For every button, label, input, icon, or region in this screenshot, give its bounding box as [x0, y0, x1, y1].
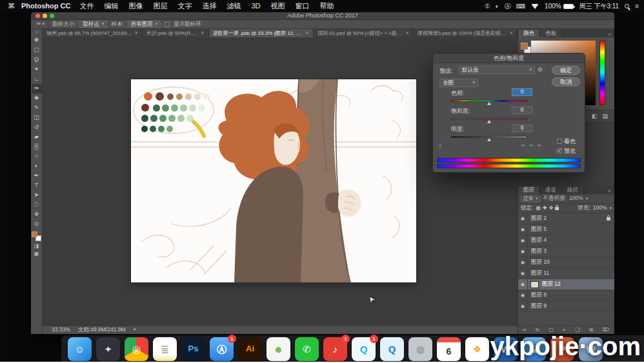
quick-mask-icon[interactable]: ◨	[32, 242, 42, 250]
window-minimize-button[interactable]	[43, 14, 47, 18]
tool-history-brush[interactable]: ↺	[32, 123, 42, 132]
tab-swatches-panel[interactable]: 色板	[540, 30, 562, 37]
layer-name[interactable]: 图层 8	[531, 292, 614, 299]
foreground-color-swatch[interactable]	[32, 231, 37, 237]
layer-visibility-toggle[interactable]: ◉	[518, 268, 528, 279]
tool-gradient[interactable]: ▒	[32, 142, 42, 152]
dock-android-app[interactable]: ☻	[267, 337, 290, 361]
colorize-option[interactable]: 着色	[557, 138, 576, 144]
dock-chrome[interactable]: ◎	[125, 337, 148, 361]
tool-dodge[interactable]: ◐	[32, 161, 42, 171]
eyedropper-icon[interactable]: ✑	[521, 142, 526, 149]
menu-item[interactable]: 滤镜	[221, 2, 246, 10]
tab-changsha[interactable]: 长沙.psb @ 50%(RGB/8... ×	[143, 29, 209, 37]
slider-track[interactable]	[451, 118, 527, 120]
menu-item[interactable]: 帮助	[314, 2, 339, 10]
tool-pen[interactable]: ✒	[32, 171, 42, 181]
tab-close-icon[interactable]: ×	[135, 30, 138, 36]
dock-gray-app[interactable]: ◍	[408, 337, 432, 361]
layer-visibility-toggle[interactable]: ◉	[518, 235, 528, 246]
adjustments-panel-icon[interactable]: ◧	[592, 113, 598, 119]
layer-visibility-toggle[interactable]: ◉	[518, 301, 528, 311]
slider-value-field[interactable]: 0	[512, 106, 532, 114]
menubar-keyboard-icon[interactable]: ⌨	[516, 3, 525, 10]
tool-quick-select[interactable]: ✦	[32, 64, 42, 74]
slider-thumb[interactable]	[487, 102, 491, 105]
layer-row[interactable]: ◉ 图层 4	[518, 235, 614, 246]
layer-row[interactable]: ◉ 图层 5	[518, 224, 614, 235]
opacity-value[interactable]: 100%	[569, 195, 583, 202]
preset-select[interactable]: 默认值 ▾	[459, 66, 535, 74]
menubar-clock[interactable]: 周三 下午3:11	[579, 3, 619, 10]
dock-notes[interactable]: ≣	[153, 337, 177, 361]
menubar-badge-one-icon[interactable]: ①	[485, 3, 490, 10]
menubar-moon-icon[interactable]: ◐	[496, 3, 499, 10]
colorize-checkbox[interactable]	[557, 139, 562, 144]
sample-select[interactable]: 所有图层 ▾	[128, 21, 161, 28]
battery-status[interactable]: 100%	[545, 3, 574, 10]
menu-item[interactable]: 图层	[148, 2, 172, 10]
tab-color-panel[interactable]: 颜色	[518, 30, 540, 37]
tool-eyedropper[interactable]: ✑	[32, 84, 42, 93]
status-popup-icon[interactable]: ‣	[134, 327, 137, 333]
preset-options-gear-icon[interactable]: ⚙	[538, 66, 543, 73]
layer-visibility-toggle[interactable]: ◉	[518, 224, 528, 235]
tab-fuzhou[interactable]: 福州.psb @ 66.7% (509747_2016011717... ×	[43, 29, 143, 37]
tool-marquee[interactable]: ▢	[32, 45, 42, 55]
styles-panel-icon[interactable]: ▤	[602, 113, 608, 119]
layer-row[interactable]: ◉ 图层 9	[518, 301, 614, 312]
layer-name[interactable]: 图层 4	[531, 237, 614, 244]
dock-finder[interactable]: ☺	[68, 337, 92, 361]
current-tool-badge[interactable]: ✑ ▾	[35, 20, 48, 28]
lock-all-icon[interactable]	[555, 207, 559, 210]
slider-value-field[interactable]: 0	[512, 88, 532, 96]
dock-qq[interactable]: Q 1	[352, 337, 376, 361]
tool-type[interactable]: T	[32, 181, 42, 190]
preview-checkbox[interactable]: ✓	[557, 148, 562, 153]
sample-size-select[interactable]: 取样点 ▾	[79, 21, 107, 28]
screen-mode-icon[interactable]: ▣	[32, 250, 42, 258]
layer-visibility-toggle[interactable]: ◉	[518, 279, 528, 289]
layer-name[interactable]: 图层 3	[531, 248, 614, 255]
tab-kecheng-haibao[interactable]: 课程海报5.psd @ 100% (场景色彩组合和堆... ×	[414, 29, 518, 37]
tab-close-icon[interactable]: ×	[201, 30, 204, 36]
layer-row[interactable]: ◉ 图层 11	[518, 268, 614, 279]
tool-brush[interactable]: ✎	[32, 103, 42, 113]
layer-row[interactable]: ◉ 图层 3	[518, 246, 614, 257]
tool-clone-stamp[interactable]: ◫	[32, 113, 42, 123]
tool-move[interactable]: ✥	[32, 35, 42, 45]
layer-visibility-toggle[interactable]: ◉	[518, 290, 528, 300]
panel-collapse-icon[interactable]: «	[609, 32, 614, 37]
tab-channels[interactable]: 通道	[540, 186, 562, 194]
tool-crop[interactable]: ∟	[32, 74, 42, 84]
eyedropper-add-icon[interactable]: ✑	[529, 142, 534, 149]
layer-name[interactable]: 图层 9	[531, 303, 614, 309]
notification-center-icon[interactable]: ≡	[635, 3, 639, 10]
dock-app-store[interactable]: Ⓐ 1	[210, 337, 234, 361]
ok-button[interactable]: 确定	[552, 66, 580, 75]
menu-item[interactable]: 文字	[172, 2, 197, 10]
layer-row[interactable]: ◉ 图层 10	[518, 257, 614, 268]
lock-position-icon[interactable]: ✥	[549, 205, 554, 211]
layer-name[interactable]: 图层 10	[531, 259, 614, 266]
tab-close-icon[interactable]: ×	[510, 30, 513, 36]
dock-music-app[interactable]: ♪ 1	[323, 337, 347, 361]
window-zoom-button[interactable]	[50, 14, 54, 18]
apple-menu-icon[interactable]: ⌘	[8, 2, 15, 10]
artwork-document[interactable]	[131, 79, 416, 282]
window-title-bar[interactable]: Adobe Photoshop CC 2017	[31, 12, 614, 20]
layer-name[interactable]: 图层 12	[542, 281, 614, 288]
layer-row[interactable]: ◉ 图层 8	[518, 290, 614, 301]
on-image-adjust-hand-icon[interactable]: ☝	[438, 142, 441, 149]
layer-row[interactable]: ◉ 图层 2	[518, 213, 614, 224]
eyedropper-subtract-icon[interactable]: ✑	[537, 142, 542, 149]
color-swatches-widget[interactable]	[32, 231, 41, 241]
menubar-input-language-icon[interactable]: Ⓐ	[505, 3, 511, 10]
blend-mode-select[interactable]: 正常 ▾	[521, 195, 541, 202]
tool-healing-brush[interactable]: ✚	[32, 93, 42, 103]
hue-strip[interactable]	[599, 41, 605, 105]
tab-paths[interactable]: 路径	[562, 186, 584, 194]
menu-item[interactable]: 3D	[246, 2, 265, 10]
tab-close-icon[interactable]: ×	[405, 30, 408, 36]
toolbar-collapse-icon[interactable]: »	[35, 30, 38, 35]
